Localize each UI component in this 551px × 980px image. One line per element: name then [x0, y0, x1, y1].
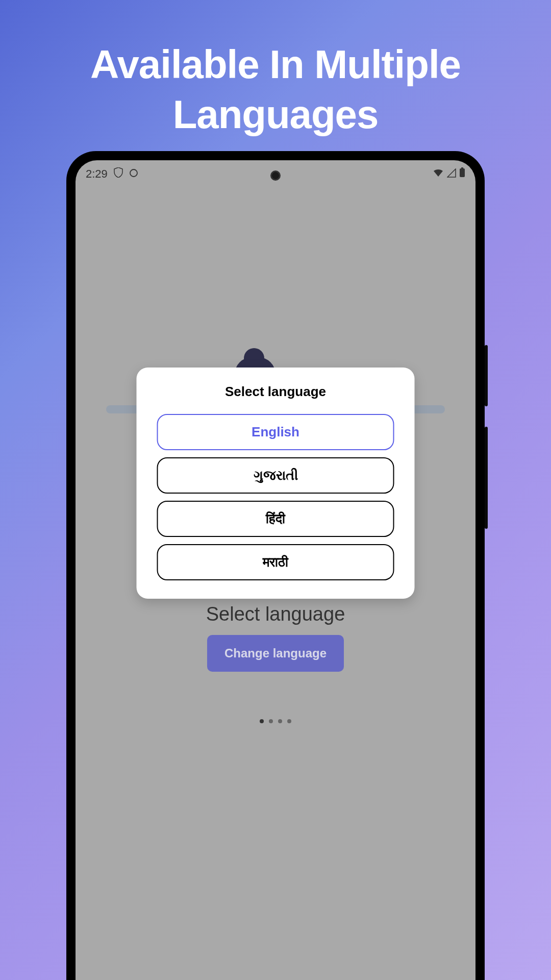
- page-dot: [269, 719, 273, 723]
- phone-volume-button: [485, 345, 488, 406]
- signal-icon: [447, 167, 456, 181]
- page-dot: [278, 719, 282, 723]
- svg-rect-1: [460, 168, 465, 177]
- language-option-hindi[interactable]: हिंदी: [157, 501, 394, 537]
- dialog-title: Select language: [157, 384, 394, 400]
- phone-screen: 2:29: [76, 160, 475, 980]
- background-page-title: Select language: [76, 603, 475, 625]
- language-option-gujarati[interactable]: ગુજરાતી: [157, 457, 394, 494]
- page-indicator: [260, 719, 291, 723]
- page-dot: [287, 719, 291, 723]
- phone-frame: 2:29: [66, 151, 485, 980]
- language-dialog: Select language English ગુજરાતી हिंदी मर…: [137, 368, 415, 599]
- status-bar-right: [433, 167, 465, 181]
- circle-icon: [129, 167, 138, 181]
- language-option-english[interactable]: English: [157, 414, 394, 450]
- svg-rect-2: [461, 167, 463, 168]
- shield-icon: [114, 167, 123, 181]
- svg-point-0: [130, 169, 137, 177]
- wifi-icon: [433, 167, 444, 181]
- phone-camera-notch: [270, 170, 281, 181]
- status-time: 2:29: [86, 167, 108, 181]
- status-bar-left: 2:29: [86, 167, 138, 181]
- marketing-headline: Available In Multiple Languages: [0, 0, 551, 139]
- page-dot: [260, 719, 264, 723]
- phone-power-button: [485, 427, 488, 529]
- change-language-button[interactable]: Change language: [207, 635, 344, 672]
- language-option-marathi[interactable]: मराठी: [157, 544, 394, 580]
- battery-icon: [459, 167, 465, 181]
